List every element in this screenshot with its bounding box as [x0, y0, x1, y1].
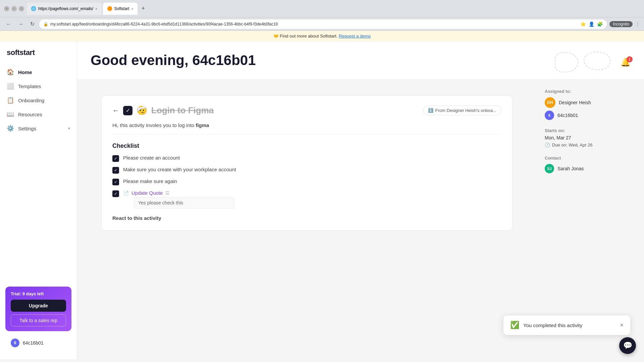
address-text: my.softstart.app/feed/onboardings/d48cca… — [50, 22, 278, 26]
activity-panel: ← ✓ 🤕 Login to Figma ℹ️ From Designer He… — [101, 96, 513, 231]
chevron-down-icon: ▾ — [68, 126, 70, 131]
chat-icon: 💬 — [623, 341, 632, 350]
user-row: 6 64c16b01 — [5, 335, 71, 347]
templates-icon: ⬜ — [7, 82, 14, 90]
upgrade-button[interactable]: Upgrade — [11, 300, 66, 312]
address-bar[interactable]: 🔒 my.softstart.app/feed/onboardings/d48c… — [39, 19, 607, 29]
incognito-badge: Incognito — [609, 21, 633, 27]
notification-bell[interactable]: 🔔 1 — [621, 58, 631, 67]
browser-chrome: × − □ 🌐 https://pageflows.com/_emails/ ×… — [0, 0, 644, 17]
contact-label: Contact — [545, 156, 636, 161]
assigned-to-section: Assigned to: DH Designer Heish 6 64c16b0… — [545, 89, 636, 120]
sales-rep-button[interactable]: Talk to a sales rep — [11, 314, 66, 326]
sidebar-logo: softstart — [0, 48, 77, 65]
maximize-btn[interactable]: □ — [19, 6, 24, 11]
toast-notification: ✅ You completed this activity × — [503, 315, 631, 335]
app-layout: softstart 🏠 Home ⬜ Templates 📋 Onboardin… — [0, 42, 644, 359]
contact-section: Contact SJ Sarah Jonas — [545, 156, 636, 173]
checkbox-2[interactable]: ✓ — [112, 167, 119, 174]
notif-emoji: 🤝 — [273, 34, 279, 39]
checklist-text-3: Please make sure again — [123, 178, 177, 184]
tab-close-1[interactable]: × — [95, 7, 97, 11]
checklist-item-4: ✓ 📄 Update Quote ☰ Yes please check this — [112, 190, 501, 208]
tab-favicon-1: 🌐 — [31, 6, 36, 11]
checklist-title: Checklist — [112, 142, 501, 149]
tab-favicon-2: 🟠 — [107, 6, 112, 11]
desc-bold: figma — [196, 122, 209, 128]
home-icon: 🏠 — [7, 68, 14, 76]
starts-on-label: Starts on: — [545, 128, 636, 133]
reload-button[interactable]: ↻ — [28, 19, 37, 28]
nav-label-templates: Templates — [18, 83, 41, 89]
header-decoration — [555, 52, 610, 72]
address-bar-icons: ⭐ 👤 🧩 — [580, 21, 603, 27]
toast-close-button[interactable]: × — [620, 322, 624, 329]
contact-name: Sarah Jonas — [557, 166, 584, 171]
tab-pageflows[interactable]: 🌐 https://pageflows.com/_emails/ × — [27, 3, 102, 15]
forward-button[interactable]: → — [16, 20, 25, 28]
sidebar-item-settings[interactable]: ⚙️ Settings ▾ — [0, 121, 77, 135]
list-detail-icon: ☰ — [165, 190, 170, 196]
bookmark-star-icon[interactable]: ⭐ — [580, 21, 586, 27]
activity-from: ℹ️ From Designer Heish's onboa... — [423, 106, 501, 115]
checklist-item-3: ✓ Please make sure again — [112, 178, 501, 185]
checkbox-4[interactable]: ✓ — [112, 190, 119, 197]
minimize-btn[interactable]: − — [11, 6, 17, 11]
new-tab-button[interactable]: + — [139, 3, 148, 15]
avatar-sj: SJ — [545, 164, 554, 173]
from-text: From Designer Heish's onboa... — [435, 108, 496, 113]
profile-icon[interactable]: 👤 — [589, 21, 594, 27]
assignee-row-1: DH Designer Heish — [545, 97, 636, 108]
checklist-item-1: ✓ Please create an account — [112, 155, 501, 162]
sidebar-item-onboarding[interactable]: 📋 Onboarding — [0, 93, 77, 107]
checklist-text-1: Please create an account — [123, 155, 180, 161]
browser-controls: × − □ — [4, 6, 24, 11]
tab-softstart[interactable]: 🟠 Softstart × — [103, 3, 138, 15]
sidebar: softstart 🏠 Home ⬜ Templates 📋 Onboardin… — [0, 42, 77, 359]
sidebar-item-home[interactable]: 🏠 Home — [0, 65, 77, 79]
settings-icon: ⚙️ — [7, 125, 14, 132]
onboarding-icon: 📋 — [7, 97, 14, 104]
notification-bar: 🤝 Find out more about Softstart. Request… — [0, 31, 644, 42]
lock-icon: 🔒 — [43, 22, 48, 26]
completed-checkbox[interactable]: ✓ — [123, 106, 132, 115]
link-row: 📄 Update Quote ☰ — [123, 190, 234, 196]
activity-title: Login to Figma — [151, 105, 214, 116]
close-tab-btn[interactable]: × — [4, 6, 9, 11]
tab-title-2: Softstart — [114, 6, 129, 11]
more-options-icon[interactable]: ⋮ — [635, 21, 640, 27]
react-section: React to this activity — [112, 215, 501, 221]
avatar-6: 6 — [545, 111, 554, 120]
trial-text: Trial: 9 days left — [11, 291, 66, 296]
request-demo-link[interactable]: Request a demo — [339, 34, 371, 39]
activity-header: ← ✓ 🤕 Login to Figma ℹ️ From Designer He… — [112, 105, 501, 116]
chat-fab-button[interactable]: 💬 — [619, 337, 636, 354]
deco-cloud-1 — [555, 52, 578, 72]
clock-icon: 🕐 — [545, 142, 550, 147]
checklist-link-row: 📄 Update Quote ☰ Yes please check this — [123, 190, 234, 208]
tab-close-2[interactable]: × — [131, 7, 133, 11]
assignee-name-1: Designer Heish — [559, 100, 591, 105]
extensions-icon[interactable]: 🧩 — [597, 21, 603, 27]
starts-on-section: Starts on: Mon, Mar 27 🕐 Due on: Wed, Ap… — [545, 128, 636, 147]
avatar-dh: DH — [545, 97, 555, 108]
sidebar-item-templates[interactable]: ⬜ Templates — [0, 79, 77, 93]
update-quote-link[interactable]: Update Quote — [131, 190, 163, 196]
notification-count: 1 — [627, 56, 633, 62]
document-icon: 📄 — [123, 190, 129, 196]
sidebar-item-resources[interactable]: 📖 Resources — [0, 107, 77, 121]
assignee-name-2: 64c16b01 — [557, 113, 578, 118]
checkbox-1[interactable]: ✓ — [112, 155, 119, 162]
back-arrow-button[interactable]: ← — [112, 107, 119, 114]
starts-date: Mon, Mar 27 — [545, 135, 636, 140]
sidebar-bottom: Trial: 9 days left Upgrade Talk to a sal… — [0, 281, 77, 353]
username: 64c16b01 — [23, 340, 44, 346]
checkbox-3[interactable]: ✓ — [112, 179, 119, 185]
activity-description: Hi, this activity involes you to log int… — [112, 122, 501, 134]
header-right: 🔔 1 — [555, 52, 631, 72]
nav-label-home: Home — [18, 69, 32, 75]
main-scroll: ← ✓ 🤕 Login to Figma ℹ️ From Designer He… — [77, 79, 537, 359]
avatar: 6 — [11, 339, 19, 347]
back-button[interactable]: ← — [4, 20, 13, 28]
nav-label-resources: Resources — [18, 112, 42, 117]
